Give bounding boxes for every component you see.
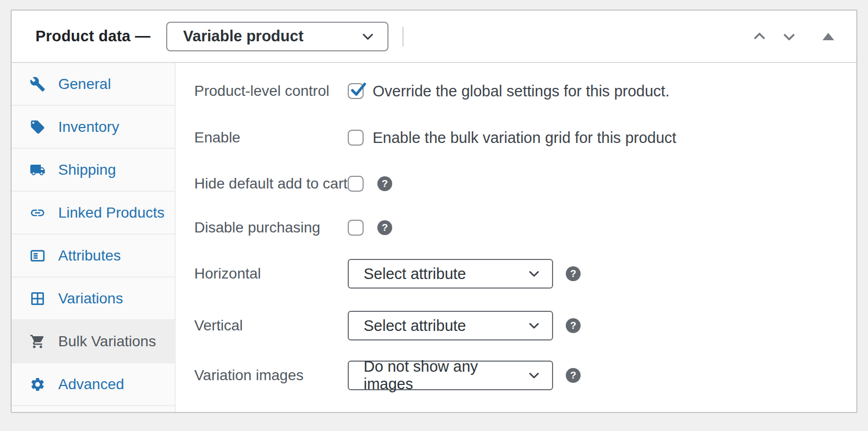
sidebar-item-label: Attributes [58, 247, 121, 264]
checkbox-description: Enable the bulk variation grid for this … [373, 129, 676, 147]
help-tip-icon[interactable]: ? [377, 176, 392, 191]
bulk-variations-panel: Product-level controlOverride the global… [176, 63, 856, 412]
select-value: Do not show any images [364, 358, 527, 393]
toggle-panel-icon[interactable] [822, 33, 834, 40]
attributes-card-icon [30, 248, 46, 264]
sidebar-item-label: Shipping [58, 161, 116, 178]
disable-purchasing-checkbox[interactable] [348, 220, 364, 236]
cart-icon [30, 334, 46, 349]
gear-icon [30, 376, 46, 392]
truck-icon [30, 162, 46, 178]
field-label: Hide default add to cart [194, 175, 348, 192]
tag-icon [30, 119, 46, 135]
enable-checkbox[interactable] [348, 130, 364, 146]
select-value: Select attribute [364, 265, 466, 283]
chevron-down-icon [527, 368, 541, 383]
sidebar-item-label: Inventory [58, 119, 119, 136]
variation-images-select[interactable]: Do not show any images [348, 361, 553, 390]
select-value: Select attribute [364, 317, 466, 335]
move-up-button[interactable] [751, 28, 768, 46]
form-row-horizontal: HorizontalSelect attribute? [176, 259, 856, 289]
sidebar-item-general[interactable]: General [12, 63, 175, 106]
product-type-select[interactable]: Variable product [166, 22, 388, 51]
product-type-value: Variable product [183, 28, 303, 45]
sidebar-item-label: Linked Products [58, 204, 165, 221]
metabox-title: Product data — [35, 28, 150, 45]
chevron-down-icon [527, 318, 541, 333]
field-label: Product-level control [194, 83, 348, 100]
chevron-up-icon [751, 28, 768, 45]
field-label: Disable purchasing [194, 219, 348, 236]
wrench-icon [30, 76, 46, 92]
product-data-tabs: GeneralInventoryShippingLinked ProductsA… [12, 63, 176, 412]
hide-default-add-to-cart-checkbox[interactable] [348, 176, 364, 192]
form-row-enable: EnableEnable the bulk variation grid for… [176, 123, 856, 152]
field-label: Horizontal [194, 265, 348, 282]
help-tip-icon[interactable]: ? [566, 368, 581, 383]
horizontal-select[interactable]: Select attribute [348, 259, 553, 289]
sidebar-item-advanced[interactable]: Advanced [12, 363, 175, 406]
form-row-product-level-control: Product-level controlOverride the global… [176, 76, 856, 106]
help-tip-icon[interactable]: ? [566, 318, 581, 333]
sidebar-item-label: Advanced [58, 376, 124, 393]
checkbox-description: Override the global settings for this pr… [373, 83, 670, 100]
chevron-down-icon [360, 29, 376, 44]
metabox-header: Product data — Variable product [12, 11, 856, 63]
product-data-metabox: Product data — Variable product General [11, 10, 857, 413]
sidebar-item-linked-products[interactable]: Linked Products [12, 192, 175, 235]
vertical-select[interactable]: Select attribute [348, 311, 553, 340]
chevron-down-icon [527, 266, 541, 281]
sidebar-item-variations[interactable]: Variations [12, 277, 175, 320]
metabox-order-controls [751, 28, 834, 46]
sidebar-item-shipping[interactable]: Shipping [12, 149, 175, 192]
form-row-vertical: VerticalSelect attribute? [176, 311, 856, 340]
help-tip-icon[interactable]: ? [566, 266, 581, 281]
chevron-down-icon [781, 28, 798, 45]
form-row-hide-default-add-to-cart: Hide default add to cart? [176, 169, 856, 199]
field-label: Variation images [194, 367, 348, 384]
sidebar-item-label: Bulk Variations [58, 333, 156, 350]
sidebar-item-attributes[interactable]: Attributes [12, 235, 175, 277]
field-label: Enable [194, 129, 348, 146]
metabox-body: GeneralInventoryShippingLinked ProductsA… [12, 63, 856, 412]
sidebar-item-label: Variations [58, 290, 123, 307]
field-label: Vertical [194, 317, 348, 334]
move-down-button[interactable] [780, 28, 798, 46]
sidebar-item-inventory[interactable]: Inventory [12, 106, 175, 149]
grid-icon [30, 291, 46, 307]
header-separator [402, 26, 404, 47]
form-row-variation-images: Variation imagesDo not show any images? [176, 361, 856, 390]
link-icon [30, 205, 46, 221]
product-level-control-checkbox[interactable] [348, 83, 364, 99]
form-row-disable-purchasing: Disable purchasing? [176, 213, 856, 243]
sidebar-item-bulk-variations[interactable]: Bulk Variations [12, 320, 175, 363]
sidebar-item-label: General [58, 76, 111, 93]
help-tip-icon[interactable]: ? [377, 220, 392, 235]
